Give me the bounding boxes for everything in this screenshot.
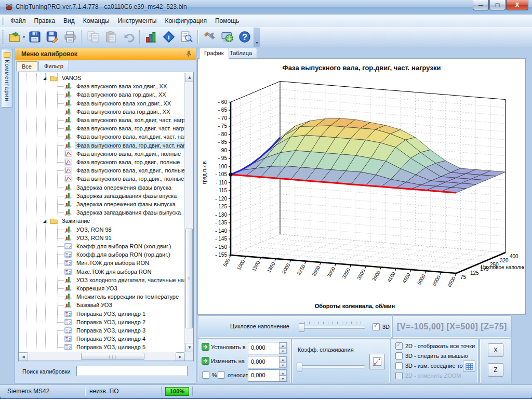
tree-item[interactable]: Фаза впускного вала, гор.двиг, част. наг… xyxy=(19,124,185,132)
undo-button[interactable] xyxy=(120,29,137,45)
expander-icon[interactable]: ◢ xyxy=(43,76,46,81)
tree-item[interactable]: Коррекция УОЗ xyxy=(19,284,185,292)
tree-item[interactable]: Задержка опережения фазы выпуска xyxy=(19,200,185,208)
tree-item[interactable]: 1.2Коэфф.для выбора RON (хол.двиг.) xyxy=(19,242,185,250)
set-value-spinner[interactable]: 0,000▲▼ xyxy=(248,342,287,354)
tree-item[interactable]: Фаза выпускного вала гор.двиг., ХХ xyxy=(19,108,185,116)
relative-spinner[interactable]: 0,000▲▼ xyxy=(248,369,287,382)
apply-change-button[interactable] xyxy=(202,357,209,365)
curve-edit-button[interactable] xyxy=(369,354,385,369)
maximize-button[interactable]: □ xyxy=(489,0,506,10)
expander-icon[interactable]: ◢ xyxy=(43,219,46,223)
tab-graph[interactable]: График xyxy=(199,48,229,59)
checkbox-percent[interactable]: % xyxy=(202,371,217,379)
comments-side-tab[interactable]: Комментарии xyxy=(2,49,13,108)
tab-filter[interactable]: Фильтр xyxy=(38,61,69,71)
checkbox-2d-all-points[interactable]: 2D - отображать все точки xyxy=(395,342,475,350)
scrollbar-thumb[interactable]: ≡ xyxy=(185,229,193,328)
tree-folder[interactable]: ◢Зажигание xyxy=(19,217,185,225)
tree-item[interactable]: Фаза впускного вала, хол.двиг., полные xyxy=(19,150,185,158)
tree-item[interactable]: Фаза впускного вала, гор.двиг., полные xyxy=(19,158,185,166)
tree-item[interactable]: Фаза впускного вала гор.двиг., ХХ xyxy=(19,90,185,99)
tree-item[interactable]: 1.2Поправка УОЗ, цилиндр 1 xyxy=(19,310,185,318)
tab-all[interactable]: Все xyxy=(16,61,37,71)
calibration-search-input[interactable] xyxy=(76,366,188,376)
tools-button[interactable] xyxy=(201,29,218,45)
tree-item[interactable]: 1.2Поправка УОЗ, цилиндр 5 xyxy=(19,343,185,351)
checkbox-2d-all-points-box[interactable] xyxy=(395,342,403,350)
scroll-down-button[interactable]: ▼ xyxy=(185,343,194,352)
tree-item[interactable]: Задержка запаздывания фазы впуска xyxy=(19,192,185,200)
tree-item[interactable]: Базовый УОЗ xyxy=(19,301,185,309)
checkbox-3d-follow-mouse-box[interactable] xyxy=(395,352,403,360)
tree-item[interactable]: 1.2Поправка УОЗ, цилиндр 4 xyxy=(19,335,185,343)
checkbox-relative[interactable]: относит. xyxy=(218,371,249,379)
tree-item[interactable]: Фаза выпускного вала, гор.двиг., полные xyxy=(19,175,185,183)
menu-item-Файл[interactable]: Файл xyxy=(6,15,30,26)
tree-item[interactable]: Задержка опережения фазы впуска xyxy=(19,183,185,192)
open-dropdown-arrow[interactable]: ▾ xyxy=(23,35,25,39)
checkbox-3d[interactable]: 3D xyxy=(373,323,390,330)
tree-item[interactable]: 1.2Коэфф.для выбора RON (гор.двиг.) xyxy=(19,250,185,259)
info-button[interactable]: i xyxy=(161,29,177,45)
menu-item-Команды[interactable]: Команды xyxy=(79,15,114,26)
x-axis-button[interactable]: X xyxy=(488,343,503,357)
tree-horizontal-scrollbar[interactable]: ◀ | | | ▶ xyxy=(19,352,185,361)
tree-item[interactable]: Фаза выпускного вала, хол.двиг, част. на… xyxy=(19,132,185,141)
change-by-spinner[interactable]: 0,000▲▼ xyxy=(248,356,287,368)
scrollbar-thumb[interactable]: | | | xyxy=(81,353,144,360)
copy-button[interactable] xyxy=(85,29,101,45)
tree-item[interactable]: Фаза впускного вала, хол.двиг, част. наг… xyxy=(19,116,185,124)
toolbar-overflow-button[interactable]: ▾ xyxy=(254,28,260,47)
tree-item[interactable]: 1.2Макс.ТОЖ для выбора RON xyxy=(19,268,185,276)
tree-item[interactable]: Фаза впускного вала хол.двиг., ХХ xyxy=(19,82,185,90)
checkbox-2d-cancel-zoom[interactable]: 2D - отменить ZOOM xyxy=(395,372,461,379)
save-button[interactable] xyxy=(26,29,43,45)
tree-item[interactable]: УОЗ холодного двигателя, частичные нагру… xyxy=(19,276,185,284)
menu-item-Вид[interactable]: Вид xyxy=(59,15,79,26)
tree-vertical-scrollbar[interactable]: ▲ ≡ ▼ xyxy=(184,73,193,352)
cyclic-fill-slider[interactable] xyxy=(299,322,365,331)
tab-table[interactable]: Таблица xyxy=(224,48,257,58)
tree-folder[interactable]: ◢VANOS xyxy=(19,74,185,82)
checkbox-3d-adjacent-points-box[interactable] xyxy=(395,362,403,369)
tree-item[interactable]: 1.2Поправка УОЗ, цилиндр 2 xyxy=(19,318,185,326)
compare-maps-button[interactable] xyxy=(143,29,159,45)
preview-button[interactable] xyxy=(178,29,195,45)
checkbox-3d-adjacent-points[interactable]: 3D - изм. соседние точки xyxy=(395,362,471,369)
apply-set-button[interactable] xyxy=(202,343,209,351)
grid-table-button[interactable] xyxy=(463,361,475,372)
checkbox-2d-cancel-zoom-box[interactable] xyxy=(395,372,403,379)
surface-3d-chart[interactable]: - 155- 150- 145- 140- 135- 130- 125- 120… xyxy=(199,73,524,312)
tree-item[interactable]: 1.2Поправка УОЗ, цилиндр 3 xyxy=(19,326,185,335)
help-button[interactable]: ? xyxy=(236,29,253,45)
z-axis-button[interactable]: Z xyxy=(488,363,503,377)
save-as-button[interactable] xyxy=(44,29,61,45)
tree-item[interactable]: УОЗ, RON 91 xyxy=(19,234,185,242)
tree-item[interactable]: Фаза выпускного вала хол.двиг., ХХ xyxy=(19,99,185,108)
close-button[interactable]: X xyxy=(506,0,528,10)
menu-item-Конфигурация[interactable]: Конфигурация xyxy=(161,15,211,26)
menu-item-Помощь[interactable]: Помощь xyxy=(211,15,243,26)
minimize-button[interactable]: — xyxy=(473,0,489,10)
checkbox-3d-box[interactable] xyxy=(373,323,380,330)
scroll-left-button[interactable]: ◀ xyxy=(19,352,28,361)
checkbox-relative-box[interactable] xyxy=(218,371,225,379)
tree-item[interactable]: Фаза выпускного вала, хол.двиг., полные xyxy=(19,166,185,175)
tree-item[interactable]: УОЗ, RON 98 xyxy=(19,225,185,234)
print-button[interactable] xyxy=(62,29,78,45)
tree-item[interactable]: Фаза выпускного вала, гор.двиг, част. на… xyxy=(19,141,185,150)
checkbox-3d-follow-mouse[interactable]: 3D - следить за мышью xyxy=(395,352,468,360)
tree-item[interactable]: Задержка запаздывания фазы выпуска xyxy=(19,208,185,217)
menu-item-Инструменты[interactable]: Инструменты xyxy=(114,15,161,26)
tree-item[interactable]: 1.2Мин.ТОЖ для выбора RON xyxy=(19,259,185,267)
checkbox-percent-box[interactable] xyxy=(202,371,209,379)
menu-item-Правка[interactable]: Правка xyxy=(30,15,60,26)
scroll-up-button[interactable]: ▲ xyxy=(185,73,194,82)
open-button[interactable] xyxy=(7,29,23,45)
pin-icon[interactable] xyxy=(184,50,193,58)
internet-button[interactable] xyxy=(219,29,235,45)
smoothing-slider[interactable] xyxy=(297,361,365,370)
paste-button[interactable] xyxy=(102,29,119,45)
tree-item[interactable]: Множитель коррекции по температуре xyxy=(19,292,185,301)
